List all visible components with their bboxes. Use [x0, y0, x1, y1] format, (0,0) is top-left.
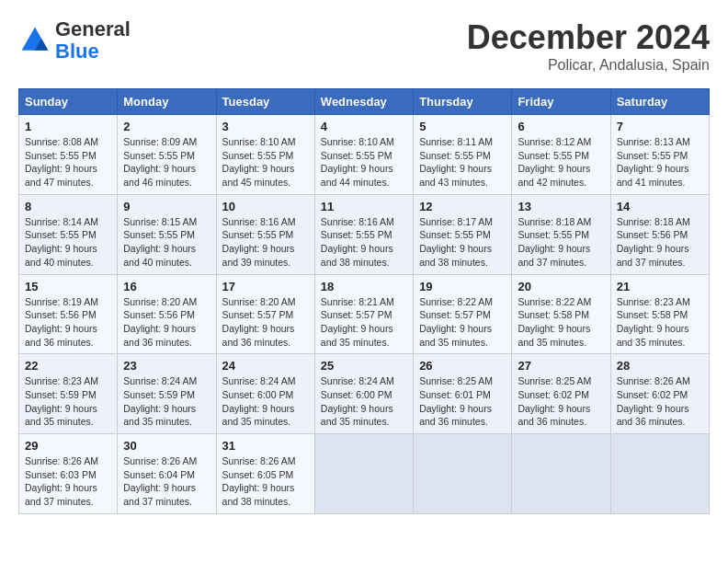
day-number: 14 — [617, 200, 703, 213]
day-number: 31 — [222, 439, 309, 453]
calendar-day-cell: 22Sunrise: 8:23 AMSunset: 5:59 PMDayligh… — [19, 354, 118, 434]
calendar-day-cell: 20Sunrise: 8:22 AMSunset: 5:58 PMDayligh… — [512, 274, 610, 354]
calendar-day-cell: 31Sunrise: 8:26 AMSunset: 6:05 PMDayligh… — [216, 434, 314, 514]
day-info: Sunrise: 8:26 AMSunset: 6:02 PMDaylight:… — [617, 374, 703, 429]
day-number: 8 — [25, 200, 111, 213]
calendar-day-cell — [314, 434, 413, 514]
day-info: Sunrise: 8:08 AMSunset: 5:55 PMDaylight:… — [25, 135, 111, 190]
day-number: 10 — [222, 200, 309, 213]
day-info: Sunrise: 8:13 AMSunset: 5:55 PMDaylight:… — [617, 135, 703, 190]
day-info: Sunrise: 8:25 AMSunset: 6:01 PMDaylight:… — [419, 374, 506, 429]
day-number: 20 — [518, 280, 604, 293]
weekday-header-row: SundayMondayTuesdayWednesdayThursdayFrid… — [19, 89, 710, 115]
day-info: Sunrise: 8:26 AMSunset: 6:05 PMDaylight:… — [222, 454, 309, 509]
logo-text: General Blue — [55, 18, 131, 63]
calendar-week-row: 22Sunrise: 8:23 AMSunset: 5:59 PMDayligh… — [19, 354, 710, 434]
day-number: 25 — [321, 359, 407, 373]
calendar-week-row: 29Sunrise: 8:26 AMSunset: 6:03 PMDayligh… — [19, 434, 710, 514]
day-number: 12 — [419, 200, 506, 213]
day-number: 15 — [25, 280, 111, 293]
day-number: 2 — [123, 120, 210, 133]
day-number: 18 — [321, 280, 407, 293]
day-info: Sunrise: 8:11 AMSunset: 5:55 PMDaylight:… — [419, 135, 506, 190]
calendar-week-row: 1Sunrise: 8:08 AMSunset: 5:55 PMDaylight… — [19, 115, 710, 195]
day-number: 16 — [123, 280, 210, 293]
calendar-day-cell: 7Sunrise: 8:13 AMSunset: 5:55 PMDaylight… — [610, 115, 709, 195]
day-info: Sunrise: 8:22 AMSunset: 5:58 PMDaylight:… — [518, 295, 604, 350]
calendar-day-cell: 29Sunrise: 8:26 AMSunset: 6:03 PMDayligh… — [19, 434, 118, 514]
logo-icon — [18, 24, 51, 57]
day-info: Sunrise: 8:12 AMSunset: 5:55 PMDaylight:… — [518, 135, 604, 190]
day-info: Sunrise: 8:15 AMSunset: 5:55 PMDaylight:… — [123, 215, 210, 270]
day-info: Sunrise: 8:20 AMSunset: 5:57 PMDaylight:… — [222, 295, 309, 350]
day-info: Sunrise: 8:23 AMSunset: 5:59 PMDaylight:… — [25, 374, 111, 429]
calendar-day-cell: 10Sunrise: 8:16 AMSunset: 5:55 PMDayligh… — [216, 194, 314, 274]
calendar-day-cell: 5Sunrise: 8:11 AMSunset: 5:55 PMDaylight… — [414, 115, 512, 195]
day-number: 29 — [25, 439, 111, 453]
day-number: 28 — [617, 359, 703, 373]
weekday-header-cell: Thursday — [414, 89, 512, 115]
day-info: Sunrise: 8:24 AMSunset: 6:00 PMDaylight:… — [321, 374, 407, 429]
calendar-day-cell: 6Sunrise: 8:12 AMSunset: 5:55 PMDaylight… — [512, 115, 610, 195]
calendar-day-cell: 1Sunrise: 8:08 AMSunset: 5:55 PMDaylight… — [19, 115, 118, 195]
day-info: Sunrise: 8:16 AMSunset: 5:55 PMDaylight:… — [321, 215, 407, 270]
day-number: 11 — [321, 200, 407, 213]
day-info: Sunrise: 8:26 AMSunset: 6:03 PMDaylight:… — [25, 454, 111, 509]
calendar-day-cell: 24Sunrise: 8:24 AMSunset: 6:00 PMDayligh… — [216, 354, 314, 434]
day-info: Sunrise: 8:17 AMSunset: 5:55 PMDaylight:… — [419, 215, 506, 270]
calendar-day-cell — [610, 434, 709, 514]
calendar-day-cell: 15Sunrise: 8:19 AMSunset: 5:56 PMDayligh… — [19, 274, 118, 354]
weekday-header-cell: Friday — [512, 89, 610, 115]
calendar-day-cell: 16Sunrise: 8:20 AMSunset: 5:56 PMDayligh… — [118, 274, 216, 354]
day-info: Sunrise: 8:24 AMSunset: 6:00 PMDaylight:… — [222, 374, 309, 429]
calendar-week-row: 8Sunrise: 8:14 AMSunset: 5:55 PMDaylight… — [19, 194, 710, 274]
calendar-day-cell: 12Sunrise: 8:17 AMSunset: 5:55 PMDayligh… — [414, 194, 512, 274]
day-info: Sunrise: 8:20 AMSunset: 5:56 PMDaylight:… — [123, 295, 210, 350]
calendar-day-cell: 18Sunrise: 8:21 AMSunset: 5:57 PMDayligh… — [314, 274, 413, 354]
day-number: 7 — [617, 120, 703, 133]
calendar-day-cell: 27Sunrise: 8:25 AMSunset: 6:02 PMDayligh… — [512, 354, 610, 434]
calendar-day-cell: 11Sunrise: 8:16 AMSunset: 5:55 PMDayligh… — [314, 194, 413, 274]
day-info: Sunrise: 8:23 AMSunset: 5:58 PMDaylight:… — [617, 295, 703, 350]
logo: General Blue — [18, 18, 131, 63]
day-info: Sunrise: 8:18 AMSunset: 5:55 PMDaylight:… — [518, 215, 604, 270]
calendar-day-cell: 2Sunrise: 8:09 AMSunset: 5:55 PMDaylight… — [118, 115, 216, 195]
day-info: Sunrise: 8:10 AMSunset: 5:55 PMDaylight:… — [321, 135, 407, 190]
calendar-day-cell: 17Sunrise: 8:20 AMSunset: 5:57 PMDayligh… — [216, 274, 314, 354]
day-info: Sunrise: 8:16 AMSunset: 5:55 PMDaylight:… — [222, 215, 309, 270]
weekday-header-cell: Wednesday — [314, 89, 413, 115]
calendar-day-cell: 4Sunrise: 8:10 AMSunset: 5:55 PMDaylight… — [314, 115, 413, 195]
weekday-header-cell: Sunday — [19, 89, 118, 115]
day-number: 26 — [419, 359, 506, 373]
day-number: 22 — [25, 359, 111, 373]
day-info: Sunrise: 8:09 AMSunset: 5:55 PMDaylight:… — [123, 135, 210, 190]
calendar-day-cell: 3Sunrise: 8:10 AMSunset: 5:55 PMDaylight… — [216, 115, 314, 195]
weekday-header-cell: Monday — [118, 89, 216, 115]
day-number: 24 — [222, 359, 309, 373]
day-number: 3 — [222, 120, 309, 133]
day-info: Sunrise: 8:24 AMSunset: 5:59 PMDaylight:… — [123, 374, 210, 429]
page-header: General Blue December 2024 Policar, Anda… — [18, 18, 710, 74]
calendar-day-cell: 28Sunrise: 8:26 AMSunset: 6:02 PMDayligh… — [610, 354, 709, 434]
day-number: 6 — [518, 120, 604, 133]
calendar-day-cell: 19Sunrise: 8:22 AMSunset: 5:57 PMDayligh… — [414, 274, 512, 354]
calendar-day-cell: 9Sunrise: 8:15 AMSunset: 5:55 PMDaylight… — [118, 194, 216, 274]
calendar-day-cell: 13Sunrise: 8:18 AMSunset: 5:55 PMDayligh… — [512, 194, 610, 274]
day-number: 5 — [419, 120, 506, 133]
calendar-body: 1Sunrise: 8:08 AMSunset: 5:55 PMDaylight… — [19, 115, 710, 514]
day-info: Sunrise: 8:14 AMSunset: 5:55 PMDaylight:… — [25, 215, 111, 270]
day-number: 4 — [321, 120, 407, 133]
calendar-week-row: 15Sunrise: 8:19 AMSunset: 5:56 PMDayligh… — [19, 274, 710, 354]
title-block: December 2024 Policar, Andalusia, Spain — [467, 18, 710, 74]
calendar-day-cell: 30Sunrise: 8:26 AMSunset: 6:04 PMDayligh… — [118, 434, 216, 514]
calendar-day-cell: 25Sunrise: 8:24 AMSunset: 6:00 PMDayligh… — [314, 354, 413, 434]
day-info: Sunrise: 8:26 AMSunset: 6:04 PMDaylight:… — [123, 454, 210, 509]
day-info: Sunrise: 8:25 AMSunset: 6:02 PMDaylight:… — [518, 374, 604, 429]
day-number: 17 — [222, 280, 309, 293]
day-number: 19 — [419, 280, 506, 293]
day-info: Sunrise: 8:10 AMSunset: 5:55 PMDaylight:… — [222, 135, 309, 190]
calendar-day-cell: 23Sunrise: 8:24 AMSunset: 5:59 PMDayligh… — [118, 354, 216, 434]
day-number: 30 — [123, 439, 210, 453]
calendar-day-cell: 21Sunrise: 8:23 AMSunset: 5:58 PMDayligh… — [610, 274, 709, 354]
weekday-header-cell: Saturday — [610, 89, 709, 115]
